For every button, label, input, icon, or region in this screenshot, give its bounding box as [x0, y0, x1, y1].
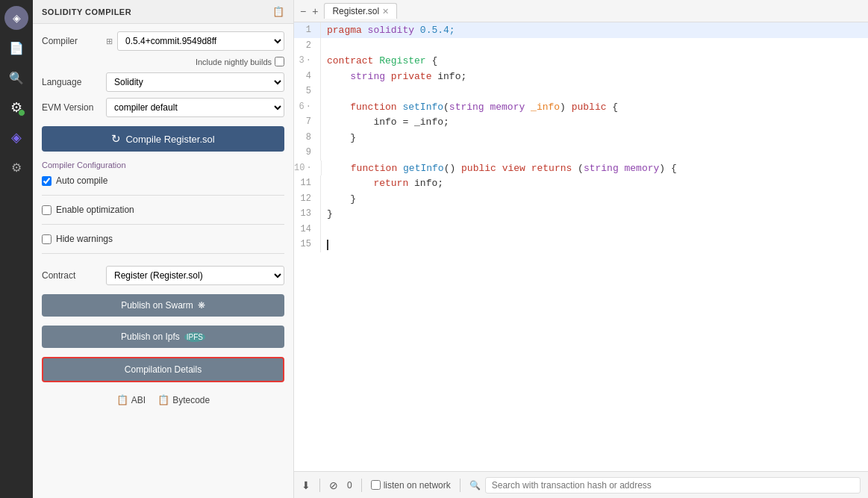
listen-network-checkbox[interactable]	[371, 480, 381, 490]
line-content-3: contract Register {	[327, 53, 437, 69]
compiler-info-icon[interactable]: ⊞	[106, 37, 113, 46]
settings-icon-btn[interactable]: ⚙	[4, 155, 28, 179]
compiler-row: Compiler ⊞ 0.5.4+commit.9549d8ff	[42, 31, 284, 51]
listen-network-label: listen on network	[384, 480, 451, 491]
line-content-12: }	[327, 191, 356, 207]
search-input[interactable]	[485, 477, 861, 494]
line-content-11: return info;	[327, 175, 443, 191]
auto-compile-row: Auto compile	[42, 175, 284, 186]
sidebar-header-icon[interactable]: 📋	[272, 6, 284, 17]
sep-3	[460, 479, 460, 492]
code-line-8: 8 }	[294, 130, 868, 146]
bytecode-label: Bytecode	[172, 395, 210, 405]
line-content-14	[327, 222, 333, 237]
line-content-7: info = _info;	[327, 114, 449, 130]
search-icon: 🔍	[9, 71, 24, 85]
contract-select[interactable]: Register (Register.sol)	[106, 266, 284, 285]
search-bar-icon: 🔍	[469, 480, 481, 491]
sep-1	[319, 479, 320, 492]
swarm-btn-label: Publish on Swarm	[121, 300, 193, 311]
evm-select[interactable]: compiler default	[106, 98, 284, 117]
line-content-10: function getInfo() public view returns (…	[328, 161, 677, 176]
divider-2	[42, 224, 284, 225]
code-line-3: 3contract Register {	[294, 53, 868, 69]
listen-network-row: listen on network	[371, 480, 451, 491]
compilation-details-button[interactable]: Compilation Details	[42, 357, 284, 382]
contract-row: Contract Register (Register.sol)	[42, 266, 284, 285]
code-line-7: 7 info = _info;	[294, 114, 868, 130]
nightly-builds-checkbox[interactable]	[275, 57, 284, 66]
line-content-6: function setInfo(string memory _info) pu…	[327, 99, 618, 115]
line-number-7: 7	[294, 114, 321, 130]
line-number-14: 14	[294, 222, 321, 237]
sep-2	[361, 479, 362, 492]
bottom-bar: ⬇ ⊘ 0 listen on network 🔍	[294, 471, 868, 498]
compile-button[interactable]: ↻ Compile Register.sol	[42, 126, 284, 152]
auto-compile-checkbox[interactable]	[42, 176, 51, 186]
line-content-8: }	[327, 130, 356, 146]
zoom-in-icon[interactable]: +	[312, 5, 318, 17]
line-number-5: 5	[294, 84, 321, 99]
evm-version-row: EVM Version compiler default	[42, 98, 284, 117]
hide-warnings-checkbox[interactable]	[42, 234, 51, 244]
bytecode-item[interactable]: 📋 Bytecode	[157, 394, 210, 405]
code-line-9: 9	[294, 145, 868, 161]
evm-label: EVM Version	[42, 102, 102, 113]
hide-warnings-label: Hide warnings	[56, 234, 113, 244]
bytecode-icon: 📋	[157, 394, 169, 405]
compilation-details-label: Compilation Details	[125, 364, 202, 375]
ipfs-icon: IPFS	[184, 332, 205, 342]
line-number-6: 6	[294, 99, 321, 115]
divider-3	[42, 253, 284, 254]
publish-swarm-button[interactable]: Publish on Swarm ❋	[42, 294, 284, 317]
line-number-1: 1	[294, 22, 321, 38]
tab-register-sol[interactable]: Register.sol ✕	[324, 3, 397, 19]
line-number-12: 12	[294, 191, 321, 207]
expand-icon[interactable]: ⬇	[302, 479, 310, 491]
line-number-3: 3	[294, 53, 321, 69]
settings-icon: ⚙	[11, 161, 22, 175]
sidebar: SOLIDITY COMPILER 📋 Compiler ⊞ 0.5.4+com…	[33, 0, 294, 498]
compiler-select[interactable]: 0.5.4+commit.9549d8ff	[117, 31, 284, 51]
language-label: Language	[42, 77, 102, 87]
files-icon-btn[interactable]: 📄	[4, 36, 28, 60]
line-number-11: 11	[294, 175, 321, 191]
nightly-builds-row: Include nightly builds	[42, 57, 284, 66]
enable-opt-checkbox[interactable]	[42, 205, 51, 215]
abi-item[interactable]: 📋 ABI	[116, 394, 146, 405]
line-content-13: }	[327, 206, 333, 222]
logo-icon: ◈	[13, 12, 21, 24]
publish-ipfs-button[interactable]: Publish on Ipfs IPFS	[42, 326, 284, 348]
search-icon-btn[interactable]: 🔍	[4, 66, 28, 90]
enable-opt-label: Enable optimization	[56, 205, 134, 215]
line-content-15	[327, 237, 328, 252]
app-logo[interactable]: ◈	[4, 6, 28, 30]
no-entry-icon: ⊘	[329, 479, 338, 491]
tx-count: 0	[347, 480, 352, 491]
compile-nav-icon: ◈	[11, 129, 22, 146]
language-select[interactable]: Solidity	[106, 72, 284, 92]
tab-close-icon[interactable]: ✕	[382, 7, 389, 16]
code-line-6: 6 function setInfo(string memory _info) …	[294, 99, 868, 115]
compile-btn-icon: ↻	[111, 132, 121, 146]
zoom-out-icon[interactable]: −	[300, 5, 306, 17]
code-line-12: 12 }	[294, 191, 868, 207]
line-content-1: pragma solidity 0.5.4;	[327, 22, 455, 38]
compile-icon-btn[interactable]: ◈	[4, 125, 28, 149]
tab-bar: Register.sol ✕	[324, 3, 397, 19]
plugin-icon-btn[interactable]: ⚙	[4, 96, 28, 119]
line-number-15: 15	[294, 237, 321, 252]
code-line-5: 5	[294, 84, 868, 99]
contract-label: Contract	[42, 270, 102, 281]
code-editor[interactable]: 1pragma solidity 0.5.4;2 3contract Regis…	[294, 22, 868, 471]
line-number-2: 2	[294, 38, 321, 54]
nightly-builds-label: Include nightly builds	[196, 57, 272, 66]
code-line-13: 13}	[294, 206, 868, 222]
abi-label: ABI	[131, 395, 146, 405]
files-icon: 📄	[9, 41, 24, 55]
plugin-icon: ⚙	[10, 99, 22, 116]
auto-compile-label: Auto compile	[56, 175, 107, 186]
abi-bytecode-row: 📋 ABI 📋 Bytecode	[42, 394, 284, 413]
line-number-13: 13	[294, 206, 321, 222]
compiler-label: Compiler	[42, 36, 102, 46]
